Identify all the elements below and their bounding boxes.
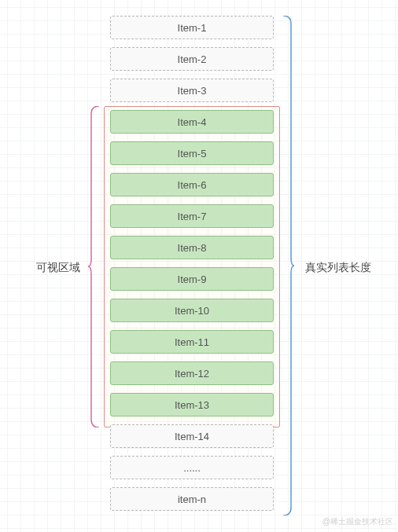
- diagram-stage: Item-1 Item-2 Item-3 Item-4 Item-5 Item-…: [0, 0, 398, 532]
- bracket-left-icon: [88, 106, 99, 427]
- list-item: Item-9: [110, 267, 274, 291]
- list-item: Item-4: [110, 110, 274, 134]
- list-item: item-n: [110, 487, 274, 511]
- list-item: Item-1: [110, 16, 274, 39]
- list-item: Item-6: [110, 173, 274, 196]
- item-list-column: Item-1 Item-2 Item-3 Item-4 Item-5 Item-…: [110, 16, 274, 519]
- list-item: Item-12: [110, 361, 274, 385]
- list-item: ......: [110, 456, 274, 479]
- list-item: Item-13: [110, 393, 274, 416]
- real-list-length-label: 真实列表长度: [305, 261, 371, 275]
- visible-area-label: 可视区域: [36, 261, 80, 275]
- list-item: Item-5: [110, 141, 274, 165]
- bracket-right-icon: [283, 16, 294, 515]
- watermark-text: @稀土掘金技术社区: [322, 516, 393, 527]
- list-item: Item-8: [110, 236, 274, 259]
- list-item: Item-7: [110, 204, 274, 228]
- list-item: Item-11: [110, 330, 274, 354]
- list-item: Item-3: [110, 79, 274, 102]
- list-item: Item-10: [110, 299, 274, 322]
- list-item: Item-14: [110, 424, 274, 448]
- list-item: Item-2: [110, 47, 274, 71]
